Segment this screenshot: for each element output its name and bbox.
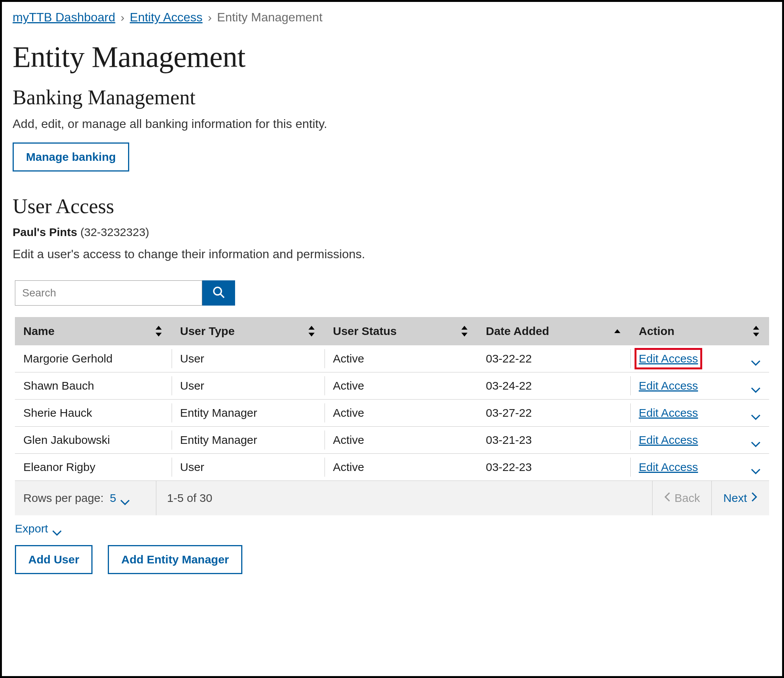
col-header-action-label: Action	[639, 325, 674, 338]
table-row: Shawn BauchUserActive03-24-22Edit Access	[15, 372, 769, 400]
pagination-back-button[interactable]: Back	[653, 481, 712, 515]
cell-user-status: Active	[325, 345, 477, 372]
rows-per-page-value: 5	[110, 492, 116, 505]
cell-name: Glen Jakubowski	[15, 427, 172, 454]
cell-user-type: User	[172, 345, 325, 372]
sort-asc-icon	[613, 326, 622, 337]
search-button[interactable]	[202, 280, 235, 306]
cell-action: Edit Access	[630, 372, 769, 400]
table-row: Sherie HauckEntity ManagerActive03-27-22…	[15, 400, 769, 427]
cell-user-status: Active	[325, 427, 477, 454]
chevron-down-icon	[52, 526, 62, 532]
pagination-next-label: Next	[723, 492, 747, 505]
svg-point-0	[214, 287, 221, 295]
pagination-range: 1-5 of 30	[156, 492, 652, 505]
search-input[interactable]	[15, 280, 202, 306]
breadcrumb-current: Entity Management	[217, 10, 323, 24]
sort-icon	[307, 326, 316, 337]
entity-id: (32-3232323)	[80, 226, 149, 238]
sort-icon	[460, 326, 469, 337]
edit-access-link[interactable]: Edit Access	[639, 379, 698, 392]
cell-user-type: Entity Manager	[172, 427, 325, 454]
breadcrumb-link-dashboard[interactable]: myTTB Dashboard	[13, 10, 115, 24]
col-header-status-label: User Status	[333, 325, 397, 338]
breadcrumb: myTTB Dashboard › Entity Access › Entity…	[13, 10, 771, 24]
cell-action: Edit Access	[630, 427, 769, 454]
rows-per-page-select[interactable]: 5	[110, 492, 130, 505]
cell-date-added: 03-22-22	[477, 345, 630, 372]
chevron-down-icon[interactable]	[751, 356, 761, 362]
add-entity-manager-button[interactable]: Add Entity Manager	[108, 545, 242, 574]
banking-description: Add, edit, or manage all banking informa…	[13, 117, 771, 131]
col-header-type-label: User Type	[180, 325, 235, 338]
sort-icon	[154, 326, 163, 337]
cell-action: Edit Access	[630, 345, 769, 372]
chevron-left-icon	[664, 492, 671, 505]
table-row: Glen JakubowskiEntity ManagerActive03-21…	[15, 427, 769, 454]
cell-user-status: Active	[325, 400, 477, 427]
pagination-back-label: Back	[675, 492, 700, 505]
chevron-down-icon[interactable]	[751, 464, 761, 470]
export-button[interactable]: Export	[15, 522, 769, 535]
col-header-name[interactable]: Name	[15, 317, 172, 345]
col-header-user-status[interactable]: User Status	[325, 317, 477, 345]
cell-user-type: User	[172, 454, 325, 481]
manage-banking-button[interactable]: Manage banking	[13, 142, 129, 172]
edit-access-link[interactable]: Edit Access	[639, 352, 698, 365]
cell-name: Eleanor Rigby	[15, 454, 172, 481]
chevron-down-icon[interactable]	[751, 437, 761, 443]
banking-heading: Banking Management	[13, 86, 771, 109]
user-access-heading: User Access	[13, 194, 771, 218]
cell-date-added: 03-21-23	[477, 427, 630, 454]
chevron-down-icon	[120, 495, 130, 501]
cell-user-type: Entity Manager	[172, 400, 325, 427]
cell-name: Shawn Bauch	[15, 372, 172, 400]
cell-action: Edit Access	[630, 400, 769, 427]
chevron-right-icon: ›	[208, 11, 212, 24]
pagination-next-button[interactable]: Next	[712, 481, 769, 515]
table-footer: Rows per page: 5 1-5 of 30 Back Next	[15, 481, 769, 515]
user-access-section: User Access Paul's Pints (32-3232323) Ed…	[13, 194, 771, 574]
svg-line-1	[220, 294, 224, 298]
cell-name: Sherie Hauck	[15, 400, 172, 427]
cell-user-status: Active	[325, 372, 477, 400]
col-header-date-label: Date Added	[486, 325, 549, 338]
edit-access-link[interactable]: Edit Access	[639, 434, 698, 447]
search-icon	[212, 286, 225, 300]
chevron-right-icon: ›	[121, 11, 125, 24]
col-header-user-type[interactable]: User Type	[172, 317, 325, 345]
edit-access-link[interactable]: Edit Access	[639, 461, 698, 474]
breadcrumb-link-entity-access[interactable]: Entity Access	[130, 10, 203, 24]
cell-date-added: 03-24-22	[477, 372, 630, 400]
rows-per-page-label: Rows per page:	[23, 492, 104, 505]
page-title: Entity Management	[13, 40, 771, 74]
user-access-description: Edit a user's access to change their inf…	[13, 247, 771, 261]
cell-name: Margorie Gerhold	[15, 345, 172, 372]
cell-action: Edit Access	[630, 454, 769, 481]
export-label: Export	[15, 522, 48, 535]
col-header-date-added[interactable]: Date Added	[477, 317, 630, 345]
sort-icon	[752, 326, 761, 337]
cell-date-added: 03-27-22	[477, 400, 630, 427]
add-user-button[interactable]: Add User	[15, 545, 93, 574]
cell-user-type: User	[172, 372, 325, 400]
entity-name: Paul's Pints	[13, 226, 77, 238]
edit-access-link[interactable]: Edit Access	[639, 406, 698, 419]
col-header-name-label: Name	[23, 325, 55, 338]
cell-user-status: Active	[325, 454, 477, 481]
banking-management-section: Banking Management Add, edit, or manage …	[13, 86, 771, 172]
user-table: Name User Type User Status Date Added Ac	[15, 317, 769, 481]
chevron-right-icon	[751, 492, 758, 505]
table-row: Eleanor RigbyUserActive03-22-23Edit Acce…	[15, 454, 769, 481]
col-header-action[interactable]: Action	[630, 317, 769, 345]
search-row	[15, 280, 769, 306]
cell-date-added: 03-22-23	[477, 454, 630, 481]
table-row: Margorie GerholdUserActive03-22-22Edit A…	[15, 345, 769, 372]
entity-identity: Paul's Pints (32-3232323)	[13, 226, 771, 239]
chevron-down-icon[interactable]	[751, 410, 761, 416]
chevron-down-icon[interactable]	[751, 383, 761, 389]
